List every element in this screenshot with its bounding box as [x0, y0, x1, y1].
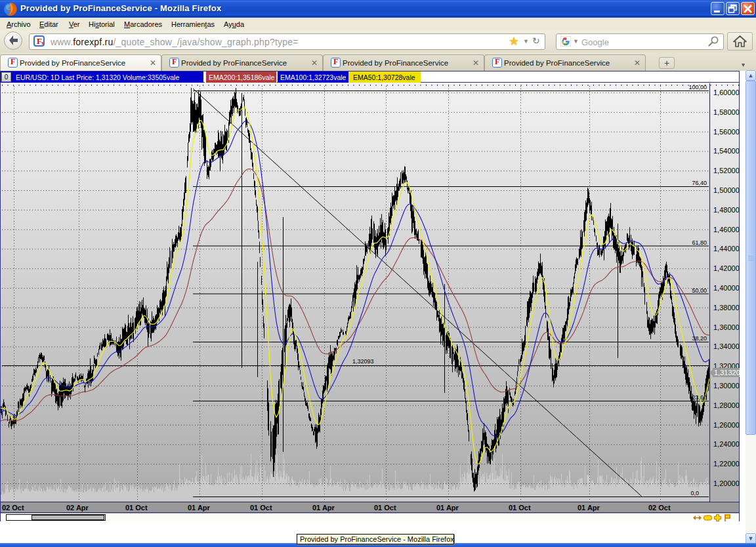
svg-text:1,40000: 1,40000	[713, 284, 740, 292]
svg-text:1,48000: 1,48000	[713, 206, 740, 214]
svg-text:61,80: 61,80	[692, 239, 707, 246]
svg-text:100,00: 100,00	[688, 84, 707, 91]
svg-text:1,60000: 1,60000	[713, 89, 740, 96]
svg-text:1,36000: 1,36000	[713, 323, 740, 331]
svg-text:1,52000: 1,52000	[713, 167, 740, 174]
svg-text:50,00: 50,00	[692, 287, 707, 294]
svg-text:1,42000: 1,42000	[713, 264, 740, 272]
svg-text:0,0: 0,0	[690, 490, 699, 496]
svg-text:1,58000: 1,58000	[713, 108, 740, 116]
svg-text:1,22000: 1,22000	[713, 460, 740, 468]
svg-text:1,54000: 1,54000	[713, 147, 740, 155]
svg-text:1,46000: 1,46000	[713, 226, 740, 233]
svg-text:1,32093: 1,32093	[352, 358, 374, 365]
svg-text:1,50000: 1,50000	[713, 186, 740, 194]
svg-text:1,30000: 1,30000	[713, 382, 740, 390]
svg-text:1,28000: 1,28000	[713, 401, 740, 409]
svg-text:1,34000: 1,34000	[713, 342, 740, 350]
svg-text:1,31320: 1,31320	[714, 369, 740, 376]
svg-text:76,40: 76,40	[692, 180, 707, 186]
svg-text:38,20: 38,20	[692, 335, 707, 342]
svg-text:1,38000: 1,38000	[713, 304, 740, 312]
svg-text:23,60: 23,60	[692, 394, 707, 401]
svg-text:1,56000: 1,56000	[713, 128, 740, 136]
svg-text:1,20000: 1,20000	[713, 479, 740, 487]
svg-text:1,44000: 1,44000	[713, 245, 740, 253]
svg-text:1,24000: 1,24000	[713, 440, 740, 448]
svg-text:1,26000: 1,26000	[713, 421, 740, 429]
